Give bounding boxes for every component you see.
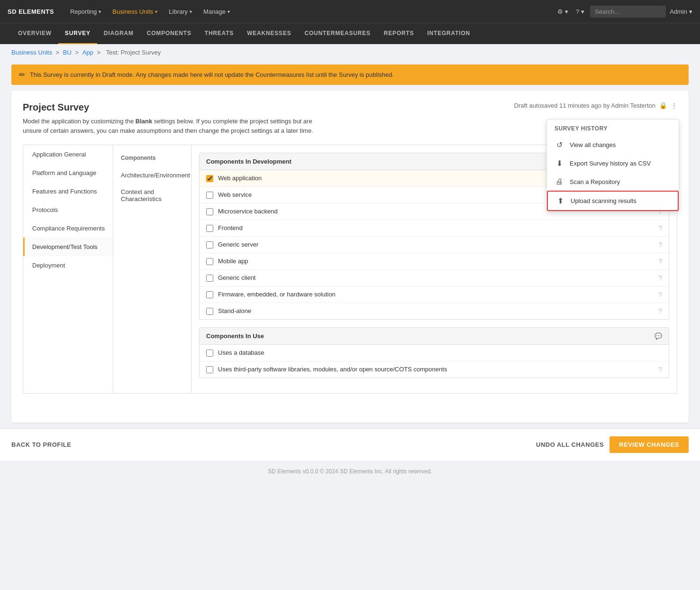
- help-button[interactable]: ? ▾: [574, 6, 586, 17]
- left-nav-protocols[interactable]: Protocols: [23, 201, 113, 219]
- component-item-mobile-app: Mobile app ?: [200, 253, 669, 270]
- left-nav-application-general[interactable]: Application General: [23, 145, 113, 164]
- checkbox-web-application[interactable]: [206, 175, 213, 182]
- tab-reports[interactable]: REPORTS: [377, 23, 421, 44]
- nav-reporting[interactable]: Reporting ▾: [65, 5, 106, 18]
- breadcrumb-bu[interactable]: BU: [63, 49, 72, 56]
- help-icon[interactable]: ?: [658, 241, 662, 249]
- nav-library[interactable]: Library ▾: [164, 5, 197, 18]
- left-nav-compliance[interactable]: Compliance Requirements: [23, 219, 113, 238]
- checkbox-web-service[interactable]: [206, 192, 213, 199]
- back-to-profile-button[interactable]: BACK TO PROFILE: [11, 441, 71, 448]
- tab-countermeasures[interactable]: COUNTERMEASURES: [298, 23, 377, 44]
- main-content: Project Survey Draft autosaved 11 minute…: [11, 91, 689, 423]
- tab-overview[interactable]: OVERVIEW: [11, 23, 58, 44]
- breadcrumb-business-units[interactable]: Business Units: [11, 49, 52, 56]
- undo-all-changes-button[interactable]: UNDO ALL CHANGES: [536, 441, 604, 448]
- nav-manage[interactable]: Manage ▾: [199, 5, 235, 18]
- chevron-icon: ▾: [190, 9, 192, 14]
- chevron-icon: ▾: [155, 9, 157, 14]
- component-item-standalone: Stand-alone ?: [200, 303, 669, 319]
- help-icon[interactable]: ?: [658, 291, 662, 298]
- draft-mode-banner: ✏ This Survey is currently in Draft mode…: [11, 65, 689, 85]
- chevron-icon: ▾: [99, 9, 101, 14]
- footer-bar: BACK TO PROFILE UNDO ALL CHANGES REVIEW …: [0, 428, 700, 461]
- breadcrumb: Business Units > BU > App > Test: Projec…: [0, 44, 700, 61]
- help-icon[interactable]: ?: [658, 258, 662, 265]
- chevron-icon: ▾: [227, 9, 230, 14]
- dropdown-export-csv[interactable]: ⬇ Export Survey history as CSV: [547, 154, 679, 173]
- brand-logo: SD ELEMENTS: [8, 8, 54, 15]
- checkbox-generic-client[interactable]: [206, 275, 213, 282]
- tab-weaknesses[interactable]: WEAKNESSES: [240, 23, 298, 44]
- mid-nav-architecture[interactable]: Architecture/Environment: [113, 167, 191, 184]
- dropdown-upload-scanning-results[interactable]: ⬆ Upload scanning results: [547, 191, 679, 211]
- dropdown-scan-repository[interactable]: 🖨 Scan a Repository: [547, 173, 679, 191]
- dropdown-title: Survey History: [547, 120, 679, 136]
- secondary-nav: OVERVIEW SURVEY DIAGRAM COMPONENTS THREA…: [0, 23, 700, 44]
- admin-menu-button[interactable]: Admin ▾: [670, 8, 692, 15]
- components-in-use-header: Components In Use 💬: [200, 328, 669, 345]
- breadcrumb-app[interactable]: App: [82, 49, 93, 56]
- help-icon[interactable]: ?: [658, 274, 662, 282]
- autosave-text: Draft autosaved 11 minutes ago by Admin …: [514, 102, 655, 109]
- comment-icon[interactable]: 💬: [655, 332, 662, 340]
- left-nav-platform-language[interactable]: Platform and Language: [23, 164, 113, 182]
- survey-history-dropdown: Survey History ↺ View all changes ⬇ Expo…: [546, 119, 679, 212]
- top-nav-links: Reporting ▾ Business Units ▾ Library ▾ M…: [65, 5, 555, 18]
- tab-integration[interactable]: INTEGRATION: [420, 23, 477, 44]
- survey-title: Project Survey: [23, 102, 89, 113]
- pencil-icon: ✏: [19, 70, 25, 79]
- top-nav-right: ⚙ ▾ ? ▾ Admin ▾: [555, 6, 692, 18]
- mid-nav: Components Architecture/Environment Cont…: [113, 145, 191, 393]
- tab-survey[interactable]: SURVEY: [58, 23, 97, 44]
- history-icon: ↺: [555, 140, 564, 149]
- tab-components[interactable]: COMPONENTS: [140, 23, 198, 44]
- checkbox-mobile-app[interactable]: [206, 258, 213, 265]
- left-nav-deployment[interactable]: Deployment: [23, 256, 113, 275]
- scan-icon: 🖨: [555, 177, 564, 186]
- page-footer: SD Elements v0.0.0 © 2024 SD Elements In…: [0, 461, 700, 482]
- survey-header: Project Survey Draft autosaved 11 minute…: [23, 102, 677, 113]
- mid-nav-title: Components: [113, 151, 191, 167]
- component-item-generic-server: Generic server ?: [200, 237, 669, 253]
- banner-message: This Survey is currently in Draft mode. …: [30, 71, 394, 78]
- checkbox-standalone[interactable]: [206, 308, 213, 315]
- checkbox-microservice[interactable]: [206, 208, 213, 215]
- checkbox-third-party[interactable]: [206, 366, 213, 373]
- upload-icon: ⬆: [555, 196, 565, 205]
- help-icon[interactable]: ?: [658, 224, 662, 232]
- tab-threats[interactable]: THREATS: [198, 23, 240, 44]
- help-icon[interactable]: ?: [658, 366, 662, 373]
- dropdown-view-all-changes[interactable]: ↺ View all changes: [547, 136, 679, 154]
- settings-button[interactable]: ⚙ ▾: [555, 6, 570, 17]
- survey-title-area: Project Survey: [23, 102, 89, 113]
- lock-icon-button[interactable]: 🔒: [659, 102, 667, 109]
- checkbox-frontend[interactable]: [206, 225, 213, 232]
- breadcrumb-current: Test: Project Survey: [106, 49, 161, 56]
- left-nav-features-functions[interactable]: Features and Functions: [23, 182, 113, 201]
- nav-business-units[interactable]: Business Units ▾: [108, 5, 162, 18]
- top-nav: SD ELEMENTS Reporting ▾ Business Units ▾…: [0, 0, 700, 23]
- survey-meta: Draft autosaved 11 minutes ago by Admin …: [514, 102, 677, 109]
- checkbox-database[interactable]: [206, 350, 213, 357]
- left-nav-dev-test[interactable]: Development/Test Tools: [23, 238, 113, 256]
- component-item-generic-client: Generic client ?: [200, 270, 669, 286]
- component-item-database: Uses a database: [200, 345, 669, 361]
- survey-description: Model the application by customizing the…: [23, 117, 326, 135]
- components-in-use-section: Components In Use 💬 Uses a database Uses…: [199, 327, 669, 378]
- checkbox-firmware[interactable]: [206, 291, 213, 298]
- footer-right: UNDO ALL CHANGES REVIEW CHANGES: [536, 436, 689, 453]
- download-icon: ⬇: [555, 159, 564, 168]
- tab-diagram[interactable]: DIAGRAM: [97, 23, 140, 44]
- checkbox-generic-server[interactable]: [206, 241, 213, 249]
- component-item-firmware: Firmware, embedded, or hardware solution…: [200, 286, 669, 303]
- more-options-button[interactable]: ⋮: [671, 102, 677, 109]
- component-item-frontend: Frontend ?: [200, 220, 669, 237]
- component-item-third-party: Uses third-party software libraries, mod…: [200, 361, 669, 378]
- review-changes-button[interactable]: REVIEW CHANGES: [609, 436, 689, 453]
- search-input[interactable]: [590, 6, 666, 18]
- help-icon[interactable]: ?: [658, 307, 662, 315]
- mid-nav-context[interactable]: Context and Characteristics: [113, 184, 191, 207]
- left-nav: Application General Platform and Languag…: [23, 145, 113, 393]
